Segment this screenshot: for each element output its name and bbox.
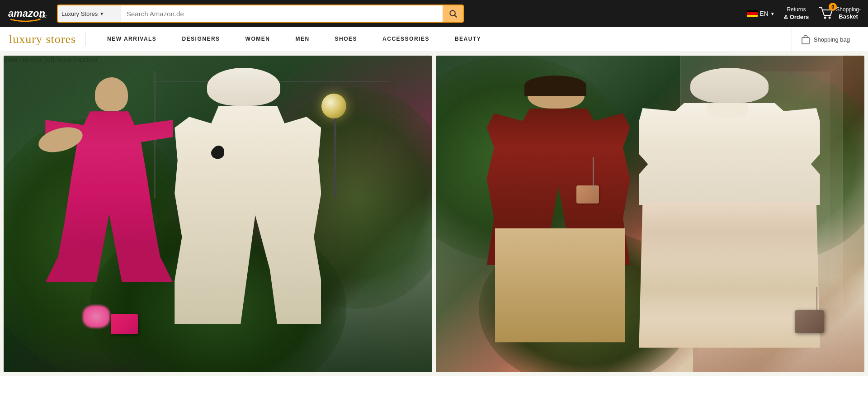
svg-point-6 (829, 17, 831, 19)
search-icon (448, 9, 458, 18)
language-selector[interactable]: EN ▼ (747, 10, 774, 17)
search-bar: Luxury Stores ▼ (57, 5, 464, 23)
dropdown-chevron-icon: ▼ (99, 11, 104, 16)
hero-section: data-name="left-hero-models" (0, 52, 868, 376)
hero-image-right[interactable] (436, 56, 864, 372)
language-chevron-icon: ▼ (770, 11, 775, 16)
orders-label: & Orders (784, 13, 809, 21)
nav-item-accessories[interactable]: ACCESSORIES (370, 27, 442, 52)
nav-item-shoes[interactable]: SHOES (322, 27, 370, 52)
search-category-dropdown[interactable]: Luxury Stores ▼ (58, 5, 121, 22)
nav-item-designers[interactable]: DESIGNERS (169, 27, 232, 52)
nav-item-new-arrivals[interactable]: NEW ARRIVALS (94, 27, 169, 52)
search-category-label: Luxury Stores (61, 10, 98, 17)
search-input[interactable] (121, 5, 443, 22)
top-navigation: amazon .de Luxury Stores ▼ EN ▼ (0, 0, 868, 27)
shopping-bag-nav-button[interactable]: Shopping bag (792, 27, 859, 52)
nav-item-men[interactable]: MEN (283, 27, 322, 52)
shopping-bag-icon (801, 34, 810, 44)
flag-de-icon (747, 10, 758, 17)
language-label: EN (760, 10, 768, 17)
nav-right-group: EN ▼ Returns & Orders 0 Shopping- Basket (747, 5, 861, 22)
returns-label: Returns (787, 6, 806, 13)
secondary-nav-items: NEW ARRIVALS DESIGNERS WOMEN MEN SHOES A… (94, 27, 868, 52)
nav-item-women[interactable]: WOMEN (233, 27, 283, 52)
shopping-bag-label: Shopping bag (814, 36, 850, 43)
svg-point-5 (824, 17, 826, 19)
cart-text-line1: Shopping- (836, 6, 861, 14)
amazon-logo-svg: amazon .de (7, 5, 48, 22)
svg-line-4 (454, 15, 457, 18)
amazon-logo[interactable]: amazon .de (7, 5, 48, 22)
cart-label: Shopping- Basket (836, 6, 861, 21)
secondary-navigation: luxury stores NEW ARRIVALS DESIGNERS WOM… (0, 27, 868, 52)
hero-image-left[interactable]: data-name="left-hero-models" (4, 56, 432, 372)
search-button[interactable] (443, 5, 463, 22)
luxury-stores-logo[interactable]: luxury stores (9, 33, 85, 46)
svg-rect-7 (802, 38, 809, 44)
svg-text:.de: .de (40, 13, 47, 19)
cart-icon-wrap: 0 (818, 5, 834, 22)
cart-text-line2: Basket (836, 13, 861, 21)
svg-point-3 (450, 10, 455, 16)
cart-button[interactable]: 0 Shopping- Basket (818, 5, 861, 22)
nav-item-beauty[interactable]: BEAUTY (442, 27, 494, 52)
returns-orders-button[interactable]: Returns & Orders (784, 6, 809, 22)
